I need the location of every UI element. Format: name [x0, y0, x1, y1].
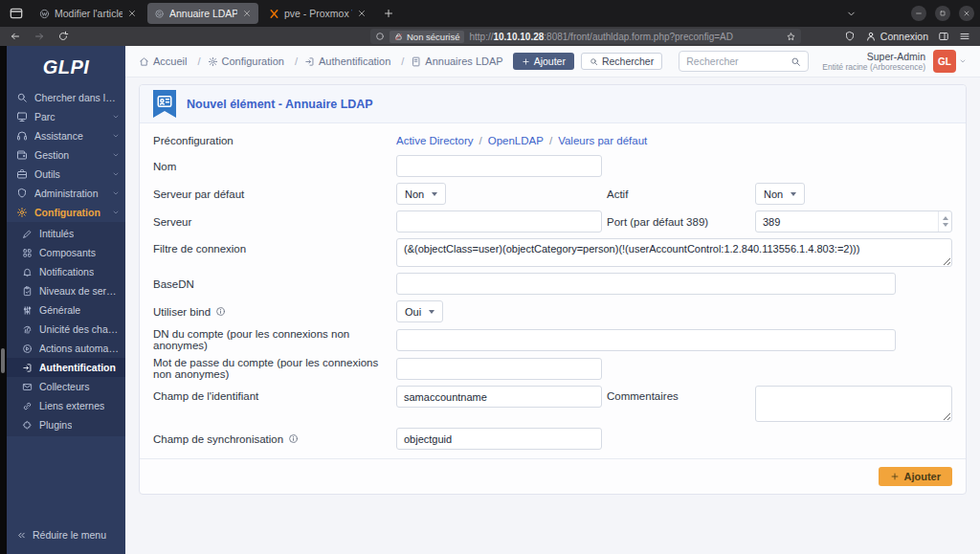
number-spinner[interactable]	[938, 211, 951, 232]
active-select[interactable]: Non	[755, 183, 805, 205]
server-input[interactable]	[396, 211, 602, 233]
sidebar-item-label: Administration	[34, 188, 99, 199]
window-close-button[interactable]	[959, 6, 974, 21]
firefox-view-icon[interactable]	[8, 6, 25, 21]
connection-filter-textarea[interactable]: (&(objectClass=user)(objectCategory=pers…	[396, 238, 952, 267]
sidebar-item-configuration[interactable]: Configuration	[7, 203, 125, 222]
password-input[interactable]	[396, 358, 602, 380]
port-input[interactable]	[755, 211, 952, 233]
sidebar-item-parc[interactable]: Parc	[7, 107, 125, 126]
sidebar-item-administration[interactable]: Administration	[7, 184, 125, 203]
breadcrumb-configuration[interactable]: Configuration	[208, 55, 305, 67]
extension-shield-icon[interactable]	[844, 31, 856, 42]
window-maximize-button[interactable]	[935, 6, 950, 21]
home-icon	[139, 56, 149, 67]
sidebar-subitem-actions-automatiques[interactable]: Actions automatiques	[7, 339, 125, 358]
avatar[interactable]: GL	[933, 50, 956, 73]
preconfig-link[interactable]: Valeurs par défaut	[558, 135, 647, 146]
new-tab-button[interactable]	[383, 8, 394, 19]
port-field	[755, 211, 952, 233]
login-field-input[interactable]	[396, 386, 602, 408]
chevron-down-icon	[112, 132, 120, 140]
server-label: Serveur	[153, 216, 396, 228]
rootdn-input[interactable]	[396, 329, 896, 351]
submit-add-button[interactable]: Ajouter	[879, 467, 953, 486]
window-minimize-button[interactable]	[911, 6, 926, 21]
back-button[interactable]	[10, 31, 21, 42]
browser-tab[interactable]: Annuaire LDAP - Nouvel é	[147, 3, 258, 24]
info-icon[interactable]	[288, 433, 299, 444]
name-label: Nom	[153, 161, 396, 172]
glpi-logo: GLPI	[7, 46, 125, 88]
breadcrumb-label: Authentification	[319, 55, 390, 67]
sidebar-subitem-collecteurs[interactable]: Collecteurs	[7, 377, 125, 396]
security-chip[interactable]: Non sécurisé	[390, 31, 464, 43]
default-server-select[interactable]: Non	[396, 183, 446, 205]
filter-label: Filtre de connexion	[153, 238, 396, 255]
security-label: Non sécurisé	[407, 32, 459, 42]
sidebar-subitem-intitulés[interactable]: Intitulés	[7, 224, 125, 243]
sliders-icon	[22, 305, 33, 316]
tab-close-icon[interactable]	[357, 9, 367, 18]
name-input[interactable]	[396, 155, 602, 177]
sidebar-subitem-label: Unicité des champs	[39, 323, 120, 335]
browser-account-button[interactable]: Connexion	[865, 31, 928, 42]
sidebar-subitem-composants[interactable]: Composants	[7, 243, 125, 262]
tab-list-chevron-icon[interactable]	[846, 9, 857, 19]
breadcrumb-search-button[interactable]: Rechercher	[581, 53, 662, 70]
edge-scroll-indicator[interactable]	[1, 348, 5, 373]
browser-tabbar: Modifier l'article « 16/06/ Annuaire LDA…	[0, 0, 980, 27]
sidebar-item-label: Assistance	[34, 130, 83, 142]
sidebar-item-gestion[interactable]: Gestion	[7, 145, 125, 165]
breadcrumb-add-button[interactable]: Ajouter	[513, 53, 574, 70]
browser-tab[interactable]: Modifier l'article « 16/06/	[33, 3, 144, 24]
ldap-form-card: Nouvel élément - Annuaire LDAP Préconfig…	[139, 84, 967, 495]
sidebar-subitem-générale[interactable]: Générale	[7, 300, 125, 320]
reload-button[interactable]	[57, 31, 69, 42]
sidebar-subitem-label: Plugins	[39, 419, 72, 431]
sidebar-toggle-icon[interactable]	[938, 31, 949, 42]
breadcrumb-label: Annuaires LDAP	[425, 55, 502, 67]
spinner-up-icon[interactable]	[943, 216, 948, 220]
chevron-down-icon	[112, 189, 120, 197]
sidebar-subitem-notifications[interactable]: Notifications	[7, 262, 125, 281]
tracking-protection-icon[interactable]	[375, 32, 385, 41]
forward-button[interactable]	[33, 31, 45, 42]
sidebar-subitem-label: Liens externes	[39, 400, 104, 411]
shield-icon	[16, 188, 28, 199]
bookmark-star-icon[interactable]	[786, 32, 796, 42]
use-bind-select[interactable]: Oui	[396, 300, 443, 322]
chevron-down-icon	[112, 170, 120, 178]
sidebar-subitem-niveaux-de-services[interactable]: Niveaux de services	[7, 281, 125, 300]
sync-field-input[interactable]	[396, 428, 602, 450]
sidebar-item-outils[interactable]: Outils	[7, 165, 125, 184]
comments-textarea[interactable]	[755, 386, 952, 422]
breadcrumb-authentification[interactable]: Authentification	[304, 55, 411, 67]
breadcrumb-annuaires-ldap[interactable]: Annuaires LDAP	[411, 55, 502, 67]
link-icon	[22, 401, 33, 411]
sidebar-subitem-authentification[interactable]: Authentification	[7, 358, 125, 377]
global-search-input[interactable]	[686, 55, 791, 67]
preconfig-link[interactable]: Active Directory	[396, 135, 488, 146]
clipboard-check-icon	[22, 286, 33, 297]
person-icon	[865, 31, 877, 42]
browser-menu-icon[interactable]	[959, 31, 970, 42]
url-bar[interactable]: Non sécurisé http://10.10.10.28:8081/fro…	[370, 29, 801, 44]
login-icon	[22, 363, 33, 373]
collapse-menu-button[interactable]: Réduire le menu	[7, 521, 125, 554]
breadcrumb-accueil[interactable]: Accueil	[139, 55, 208, 67]
sidebar-item-assistance[interactable]: Assistance	[7, 126, 125, 145]
sidebar-subitem-plugins[interactable]: Plugins	[7, 415, 125, 434]
basedn-input[interactable]	[396, 273, 896, 295]
info-icon[interactable]	[215, 306, 226, 317]
user-menu-chevron-icon[interactable]	[959, 57, 967, 65]
sidebar-menu-search[interactable]: Chercher dans le menu	[7, 88, 125, 107]
tab-close-icon[interactable]	[127, 9, 137, 18]
preconfig-link[interactable]: OpenLDAP	[488, 135, 558, 146]
tab-close-icon[interactable]	[242, 9, 252, 18]
port-label: Port (par défaut 389)	[607, 216, 755, 228]
sidebar-subitem-liens-externes[interactable]: Liens externes	[7, 396, 125, 415]
browser-tab[interactable]: pve - Proxmox Virtual Env	[262, 3, 373, 24]
spinner-down-icon[interactable]	[943, 223, 948, 227]
sidebar-subitem-unicité-des-champs[interactable]: Unicité des champs	[7, 320, 125, 339]
